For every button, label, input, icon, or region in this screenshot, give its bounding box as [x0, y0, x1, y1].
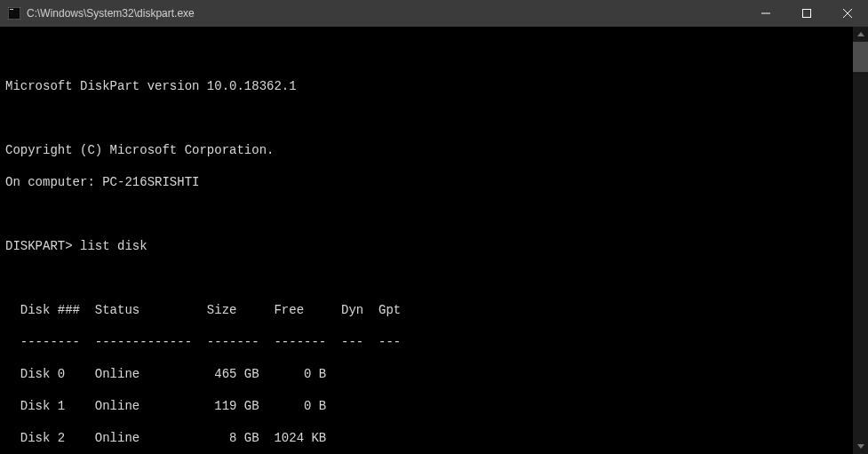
scroll-up-arrow-icon[interactable]: [853, 27, 868, 42]
vertical-scrollbar[interactable]: [853, 27, 868, 454]
blank-line: [5, 270, 848, 286]
svg-marker-6: [857, 32, 864, 36]
command-text: list disk: [80, 239, 147, 253]
close-button[interactable]: [827, 0, 868, 27]
command-line: DISKPART> list disk: [5, 238, 848, 254]
table-header: Disk ### Status Size Free Dyn Gpt: [5, 302, 848, 318]
window-controls: [745, 0, 868, 27]
table-row: Disk 2 Online 8 GB 1024 KB: [5, 430, 848, 446]
table-row: Disk 0 Online 465 GB 0 B: [5, 366, 848, 382]
copyright-line: Copyright (C) Microsoft Corporation.: [5, 142, 848, 158]
version-line: Microsoft DiskPart version 10.0.18362.1: [5, 78, 848, 94]
maximize-button[interactable]: [786, 0, 827, 27]
window-title: C:\Windows\System32\diskpart.exe: [27, 7, 745, 20]
terminal-output[interactable]: Microsoft DiskPart version 10.0.18362.1 …: [0, 27, 853, 454]
computer-line: On computer: PC-216SRISHTI: [5, 174, 848, 190]
terminal-area: Microsoft DiskPart version 10.0.18362.1 …: [0, 27, 868, 454]
minimize-button[interactable]: [745, 0, 786, 27]
blank-line: [5, 206, 848, 222]
scrollbar-thumb[interactable]: [853, 42, 868, 72]
table-row: Disk 1 Online 119 GB 0 B: [5, 398, 848, 414]
blank-line: [5, 46, 848, 62]
svg-rect-3: [803, 10, 811, 18]
prompt: DISKPART>: [5, 239, 73, 253]
table-divider: -------- ------------- ------- ------- -…: [5, 334, 848, 350]
app-icon: [7, 6, 21, 20]
title-bar[interactable]: C:\Windows\System32\diskpart.exe: [0, 0, 868, 27]
blank-line: [5, 110, 848, 126]
svg-marker-7: [857, 444, 864, 449]
scroll-down-arrow-icon[interactable]: [853, 439, 868, 454]
svg-rect-1: [10, 9, 13, 10]
